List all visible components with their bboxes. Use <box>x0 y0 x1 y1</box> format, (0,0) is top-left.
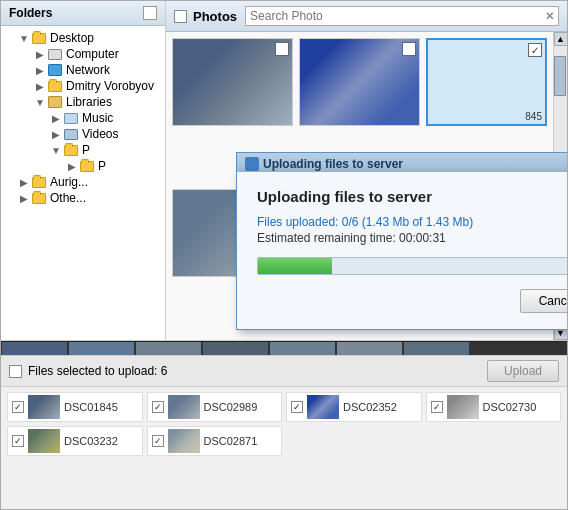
dialog-files-text: Files uploaded: 0/6 (1.43 Mb of 1.43 Mb) <box>257 215 567 229</box>
tree-item-other[interactable]: ▶ Othe... <box>17 190 165 206</box>
search-clear-icon[interactable]: ✕ <box>545 10 554 23</box>
search-box[interactable]: ✕ <box>245 6 559 26</box>
files-selected-left: Files selected to upload: 6 <box>9 364 167 378</box>
folder-icon-desktop <box>31 31 47 45</box>
thumb-placeholder-2 <box>426 426 562 456</box>
expander-other: ▶ <box>17 193 31 204</box>
music-icon <box>63 111 79 125</box>
dialog-title-icon <box>245 157 259 171</box>
folders-header-icon <box>143 6 157 20</box>
thumb-item-dsc01845[interactable]: ✓ DSC01845 <box>7 392 143 422</box>
files-selected-label: Files selected to upload: 6 <box>28 364 167 378</box>
filmstrip-item-4 <box>203 342 268 356</box>
thumb-label-dsc02871: DSC02871 <box>204 435 258 447</box>
expander-music: ▶ <box>49 113 63 124</box>
tree-item-aurig[interactable]: ▶ Aurig... <box>17 174 165 190</box>
footer-select-all-checkbox[interactable] <box>9 365 22 378</box>
tree-item-desktop[interactable]: ▼ Desktop <box>17 30 165 46</box>
thumb-item-dsc02352[interactable]: ✓ DSC02352 <box>286 392 422 422</box>
photos-select-all-checkbox[interactable] <box>174 10 187 23</box>
tree-label-libraries: Libraries <box>66 95 112 109</box>
network-icon <box>47 63 63 77</box>
dialog-titlebar-text: Uploading files to server <box>263 157 403 171</box>
photos-header: Photos ✕ <box>166 1 567 32</box>
dialog-main-title: Uploading files to server <box>257 188 567 205</box>
thumb-img-dsc01845 <box>28 395 60 419</box>
search-input[interactable] <box>250 9 542 23</box>
thumb-checkbox-dsc03232[interactable]: ✓ <box>12 435 24 447</box>
dialog-overlay: Uploading files to server Uploading file… <box>166 32 567 340</box>
tree-label-aurig: Aurig... <box>50 175 88 189</box>
thumb-checkbox-dsc02871[interactable]: ✓ <box>152 435 164 447</box>
filmstrip-item-3 <box>136 342 201 356</box>
tree-label-other: Othe... <box>50 191 86 205</box>
expander-desktop: ▼ <box>17 33 31 44</box>
filmstrip-item-5 <box>270 342 335 356</box>
photos-header-left: Photos <box>174 9 237 24</box>
thumb-img-dsc02989 <box>168 395 200 419</box>
thumb-item-dsc02871[interactable]: ✓ DSC02871 <box>147 426 283 456</box>
tree-item-libraries[interactable]: ▼ Libraries <box>33 94 165 110</box>
upload-button[interactable]: Upload <box>487 360 559 382</box>
dialog-box: Uploading files to server Files uploaded… <box>236 172 567 330</box>
thumb-img-dsc02352 <box>307 395 339 419</box>
folders-title: Folders <box>9 6 52 20</box>
folder-icon-aurig <box>31 175 47 189</box>
thumb-img-dsc02871 <box>168 429 200 453</box>
tree-label-p2: P <box>98 159 106 173</box>
progress-bar-fill <box>258 258 332 274</box>
tree-item-music[interactable]: ▶ Music <box>49 110 165 126</box>
tree-item-network[interactable]: ▶ Network <box>33 62 165 78</box>
expander-network: ▶ <box>33 65 47 76</box>
lib-icon <box>47 95 63 109</box>
filmstrip-item-1 <box>2 342 67 356</box>
expander-p2: ▶ <box>65 161 79 172</box>
thumb-item-dsc03232[interactable]: ✓ DSC03232 <box>7 426 143 456</box>
dialog-buttons: Cancel <box>257 289 567 313</box>
thumb-item-dsc02989[interactable]: ✓ DSC02989 <box>147 392 283 422</box>
tree-label-videos: Videos <box>82 127 118 141</box>
dialog-time-text: Estimated remaining time: 00:00:31 <box>257 231 567 245</box>
thumb-placeholder-1 <box>286 426 422 456</box>
thumb-label-dsc01845: DSC01845 <box>64 401 118 413</box>
app-container: Folders ▼ Desktop ▶ Computer ▶ <box>1 1 567 461</box>
thumb-checkbox-dsc01845[interactable]: ✓ <box>12 401 24 413</box>
tree-item-computer[interactable]: ▶ Computer <box>33 46 165 62</box>
thumb-checkbox-dsc02989[interactable]: ✓ <box>152 401 164 413</box>
photos-panel: Photos ✕ <box>166 1 567 340</box>
expander-libraries: ▼ <box>33 97 47 108</box>
folder-icon-dmitry <box>47 79 63 93</box>
folder-icon-p2 <box>79 159 95 173</box>
tree-item-p1[interactable]: ▼ P <box>49 142 165 158</box>
tree-label-desktop: Desktop <box>50 31 94 45</box>
tree-item-videos[interactable]: ▶ Videos <box>49 126 165 142</box>
thumb-item-dsc02730[interactable]: ✓ DSC02730 <box>426 392 562 422</box>
filmstrip-item-6 <box>337 342 402 356</box>
filmstrip-item-2 <box>69 342 134 356</box>
thumb-label-dsc02730: DSC02730 <box>483 401 537 413</box>
cancel-button[interactable]: Cancel <box>520 289 567 313</box>
folders-header: Folders <box>1 1 165 26</box>
tree-label-p1: P <box>82 143 90 157</box>
filmstrip <box>1 341 567 355</box>
tree-item-dmitry[interactable]: ▶ Dmitry Vorobyov <box>33 78 165 94</box>
thumb-label-dsc02352: DSC02352 <box>343 401 397 413</box>
progress-bar-container <box>257 257 567 275</box>
thumb-checkbox-dsc02352[interactable]: ✓ <box>291 401 303 413</box>
thumb-checkbox-dsc02730[interactable]: ✓ <box>431 401 443 413</box>
expander-computer: ▶ <box>33 49 47 60</box>
tree-label-dmitry: Dmitry Vorobyov <box>66 79 154 93</box>
folder-icon-p1 <box>63 143 79 157</box>
footer-area: Files selected to upload: 6 Upload ✓ DSC… <box>1 355 567 461</box>
computer-icon <box>47 47 63 61</box>
tree-item-p2[interactable]: ▶ P <box>65 158 165 174</box>
files-selected-bar: Files selected to upload: 6 Upload <box>1 356 567 387</box>
top-area: Folders ▼ Desktop ▶ Computer ▶ <box>1 1 567 341</box>
thumb-grid-bottom: ✓ DSC01845 ✓ DSC02989 ✓ DSC02352 ✓ DSC02… <box>1 387 567 461</box>
tree-label-network: Network <box>66 63 110 77</box>
video-icon <box>63 127 79 141</box>
expander-aurig: ▶ <box>17 177 31 188</box>
tree-label-computer: Computer <box>66 47 119 61</box>
thumb-label-dsc02989: DSC02989 <box>204 401 258 413</box>
thumb-img-dsc02730 <box>447 395 479 419</box>
